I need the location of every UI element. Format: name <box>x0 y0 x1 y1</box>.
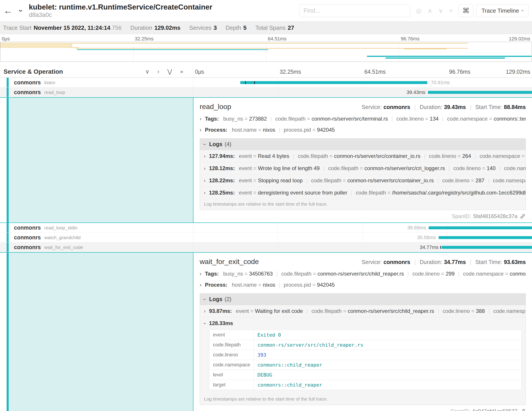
find-input[interactable] <box>299 4 410 17</box>
minimap-tick: 96.76ms <box>401 36 419 42</box>
trace-collapse-toggle[interactable]: › <box>16 6 27 15</box>
span-detail-title: read_loop <box>200 103 231 111</box>
log-field: code.lineno287 <box>434 177 484 184</box>
operation-name: watch_grandchild <box>44 235 81 240</box>
operation-name: read_loop <box>44 90 65 95</box>
span-row-listen[interactable]: conmonrs listen 70.91ms <box>0 78 532 88</box>
span-bar[interactable] <box>441 246 532 249</box>
log-field: code.namespaceco… <box>496 165 526 171</box>
span-row-watch-grandchild[interactable]: conmonrs watch_grandchild 35.58ms <box>0 233 532 243</box>
minimap-tick: 64.51ms <box>268 36 286 42</box>
chevron-right-icon: › <box>204 178 205 184</box>
trace-view-selector[interactable]: Trace Timeline › <box>476 4 528 17</box>
table-row: targetconmonrs::child_reaper <box>209 380 522 390</box>
expand-one-icon[interactable]: › <box>158 68 160 75</box>
trace-timeline-page: ← › kubelet: runtime.v1.RuntimeService/C… <box>0 0 532 411</box>
logs-footnote: Log timestamps are relative to the start… <box>200 199 526 210</box>
log-entry-expanded[interactable]: › 128.33ms <box>200 317 526 329</box>
collapse-all-icon[interactable]: ⋁ <box>167 68 172 75</box>
back-arrow-icon: ← <box>3 5 13 16</box>
chevron-down-icon: › <box>202 144 208 146</box>
span-bar[interactable] <box>428 91 532 94</box>
find-next-icon[interactable]: ∨ <box>438 7 443 14</box>
minimap-tick: 129.02ms <box>509 36 530 42</box>
collapse-one-icon[interactable]: ∨ <box>145 68 150 75</box>
log-entry[interactable]: › 128.25ms: eventderegistering event sou… <box>200 187 526 199</box>
trace-view-selector-label: Trace Timeline <box>481 7 519 14</box>
gridline <box>278 233 278 242</box>
process-accordion[interactable]: › Process: host.namenixos process.pid942… <box>200 127 526 133</box>
top-bar: ← › kubelet: runtime.v1.RuntimeService/C… <box>0 0 532 21</box>
service-name: conmonrs <box>14 225 41 231</box>
log-entry[interactable]: › 127.94ms: eventRead 4 bytes code.filep… <box>200 150 526 162</box>
span-duration: 34.77ms <box>420 245 438 250</box>
service-name: conmonrs <box>14 79 41 86</box>
find-prev-icon[interactable]: ∧ <box>428 7 432 14</box>
table-row: levelDEBUG <box>209 370 522 380</box>
span-id-value: 4a947cfd1ce59537 <box>472 408 517 411</box>
span-duration: 39.43ms <box>407 89 425 95</box>
span-self-time-tick <box>245 81 246 84</box>
span-row-read-loop-stdin[interactable]: conmonrs read_loop_stdin 39.69ms <box>0 223 532 233</box>
back-button[interactable]: ← <box>0 5 16 16</box>
span-row-read-loop[interactable]: conmonrs read_loop 39.43ms <box>0 88 532 97</box>
command-icon: ⌘ <box>462 6 469 15</box>
span-bar[interactable] <box>240 81 427 84</box>
span-bar[interactable] <box>439 236 532 239</box>
logs-header[interactable]: › Logs (2) <box>200 294 526 305</box>
top-bar-right: ◎ ∧ ∨ × ⌘ Trace Timeline › <box>299 4 528 17</box>
minimap-span-bar <box>386 58 505 59</box>
log-entry[interactable]: › 128.22ms: eventStopping read loop code… <box>200 175 526 187</box>
minimap-span-bar <box>77 49 268 50</box>
tags-accordion[interactable]: › Tags: busy_ns34506763 code.filepathcon… <box>200 271 526 277</box>
log-field: code.filepathconmon-rs/server/src/child_… <box>303 308 434 314</box>
process-accordion[interactable]: › Process: host.namenixos process.pid942… <box>200 282 526 288</box>
keyboard-shortcuts-button[interactable]: ⌘ <box>459 4 473 17</box>
process-tag: host.namenixos <box>232 282 275 288</box>
span-self-time-tick <box>440 246 441 249</box>
tags-accordion[interactable]: › Tags: busy_ns273882 code.filepathconmo… <box>200 116 526 122</box>
table-row: code.lineno393 <box>209 350 522 360</box>
log-field: code.filepathconmon-rs/server/src/contai… <box>303 177 434 184</box>
span-color-bar <box>7 233 9 242</box>
link-icon[interactable] <box>520 408 526 411</box>
match-icon[interactable]: ◎ <box>416 7 421 14</box>
span-bar[interactable] <box>429 226 532 229</box>
log-entry[interactable]: › 128.12ms: eventWrote log line of lengt… <box>200 162 526 175</box>
chevron-right-icon: › <box>200 116 201 122</box>
log-entry[interactable]: › 93.87ms: eventWaiting for exit code co… <box>200 305 526 317</box>
span-footer: SpanID: 4a947cfd1ce59537 <box>200 408 526 411</box>
summary-services: Services3 <box>189 24 217 31</box>
process-tag: host.namenixos <box>232 127 275 133</box>
table-row: code.filepathconmon-rs/server/src/child_… <box>209 340 522 350</box>
span-id-value: 5faf48165428c37a <box>473 213 517 219</box>
span-row-wait-for-exit-code[interactable]: conmonrs wait_for_exit_code 34.77ms <box>0 243 532 252</box>
service-operation-header: Service & Operation <box>4 68 63 75</box>
chevron-right-icon: › <box>200 127 201 133</box>
log-field: eventderegistering event source from pol… <box>239 190 347 196</box>
span-detail-wait-for-exit-code: wait_for_exit_code Service:conmonrs Dura… <box>0 252 532 411</box>
axis-tick: 32.25ms <box>280 68 301 75</box>
chevron-right-icon: › <box>204 166 205 171</box>
operation-name: listen <box>44 80 55 85</box>
gridline <box>278 223 278 233</box>
chevron-down-icon: › <box>202 299 208 300</box>
log-field: code.filepathconmon-rs/server/src/cri_lo… <box>320 165 445 171</box>
span-detail-meta: Service:conmonrs Duration:39.43ms Start … <box>362 104 526 110</box>
minimap-span-bar <box>0 43 72 48</box>
logs-header[interactable]: › Logs (4) <box>200 138 526 150</box>
timeline-axis: 0μs 32.25ms 64.51ms 96.76ms 129.02ms <box>193 66 532 78</box>
span-duration: 39.69ms <box>407 225 426 231</box>
minimap-span-bar <box>367 56 532 57</box>
span-duration: 70.91ms <box>431 80 450 86</box>
tag: busy_ns273882 <box>223 116 267 122</box>
span-self-time-tick <box>254 81 255 84</box>
minimap-canvas[interactable] <box>0 42 532 62</box>
gridline <box>363 233 363 242</box>
span-duration: 35.58ms <box>417 235 436 240</box>
find-clear-icon[interactable]: × <box>449 7 453 14</box>
link-icon[interactable] <box>520 213 526 219</box>
tag: code.lineno134 <box>388 116 439 122</box>
summary-duration: Duration129.02ms <box>131 24 180 31</box>
expand-all-icon[interactable]: » <box>180 68 183 75</box>
